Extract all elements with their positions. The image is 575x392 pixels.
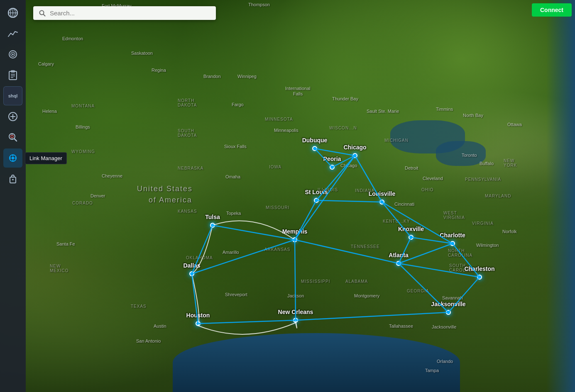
node-jacksonville-dot[interactable] xyxy=(446,310,451,315)
node-tulsa-dot[interactable] xyxy=(210,223,215,228)
node-chicago[interactable]: Chicago xyxy=(352,153,357,158)
node-neworleans-label: New Orleans xyxy=(278,309,313,315)
node-charleston[interactable]: Charleston xyxy=(477,275,482,280)
node-louisville-dot[interactable] xyxy=(379,200,384,205)
atlantic-ocean xyxy=(546,0,575,392)
assets-icon xyxy=(8,174,18,184)
node-knoxville[interactable]: Knoxville xyxy=(409,235,414,240)
link-manager-icon xyxy=(8,153,18,163)
sidebar-item-layers[interactable] xyxy=(3,45,22,64)
svg-rect-8 xyxy=(9,71,17,80)
node-atlanta[interactable]: Atlanta xyxy=(396,261,401,266)
search-map-icon xyxy=(8,132,18,142)
node-charleston-dot[interactable] xyxy=(477,275,482,280)
node-houston-dot[interactable] xyxy=(196,321,201,326)
sidebar-item-analytics[interactable] xyxy=(3,24,22,43)
gulf-of-mexico xyxy=(173,333,460,392)
node-memphis-label: Memphis xyxy=(282,228,308,235)
sidebar-item-link-manager[interactable]: Link Manager xyxy=(3,149,22,168)
sidebar-item-add-layer[interactable] xyxy=(3,107,22,126)
svg-point-22 xyxy=(12,157,14,159)
node-dallas-dot[interactable] xyxy=(189,271,194,276)
search-icon xyxy=(39,10,46,17)
node-dubuque-dot[interactable] xyxy=(312,146,317,151)
node-memphis-dot[interactable] xyxy=(292,237,297,242)
layers-icon xyxy=(7,49,18,60)
node-st-louis[interactable]: St Louis xyxy=(314,198,319,203)
node-peoria-label: Peoria xyxy=(323,156,341,162)
shql-label: shql xyxy=(8,93,18,98)
sidebar-item-shql[interactable]: shql xyxy=(3,86,22,105)
node-jacksonville-label: Jacksonville xyxy=(431,301,465,307)
sidebar-item-search-map[interactable] xyxy=(3,128,22,147)
node-charlotte-dot[interactable] xyxy=(450,241,455,246)
node-louisville-label: Louisville xyxy=(369,190,396,197)
svg-point-7 xyxy=(12,54,14,55)
sidebar: shql xyxy=(0,0,26,392)
node-stlouis-dot[interactable] xyxy=(314,198,319,203)
node-chicago-label: Chicago xyxy=(343,144,366,151)
node-charleston-label: Charleston xyxy=(464,265,494,272)
globe-icon xyxy=(7,7,19,19)
search-input[interactable] xyxy=(50,10,210,17)
search-container xyxy=(33,6,216,20)
sidebar-item-globe[interactable] xyxy=(3,3,22,22)
sidebar-item-assets[interactable] xyxy=(3,169,22,188)
clipboard-icon xyxy=(8,70,17,80)
node-dubuque-label: Dubuque xyxy=(302,137,328,144)
node-tulsa[interactable]: Tulsa xyxy=(210,223,215,228)
svg-line-17 xyxy=(14,139,17,141)
map-container: United States of America Fort McMurray T… xyxy=(0,0,575,392)
node-dallas[interactable]: Dallas xyxy=(189,271,194,276)
node-stlouis-label: St Louis xyxy=(305,189,328,195)
search-bar xyxy=(33,6,216,20)
node-charlotte-label: Charlotte xyxy=(440,232,465,239)
connect-button[interactable]: Connect xyxy=(532,3,572,17)
node-atlanta-dot[interactable] xyxy=(396,261,401,266)
node-knoxville-label: Knoxville xyxy=(398,226,424,232)
node-peoria-dot[interactable] xyxy=(330,165,335,170)
node-chicago-dot[interactable] xyxy=(352,153,357,158)
sidebar-item-reports[interactable] xyxy=(3,66,22,85)
node-houston-label: Houston xyxy=(186,312,210,319)
node-tulsa-label: Tulsa xyxy=(205,214,220,220)
lake-ontario xyxy=(436,141,486,166)
node-jacksonville[interactable]: Jacksonville xyxy=(446,310,451,315)
node-peoria[interactable]: Peoria xyxy=(330,165,335,170)
node-dubuque[interactable]: Dubuque xyxy=(312,146,317,151)
node-atlanta-label: Atlanta xyxy=(389,252,408,258)
node-louisville[interactable]: Louisville xyxy=(379,200,384,205)
node-memphis[interactable]: Memphis xyxy=(292,237,297,242)
node-neworleans-dot[interactable] xyxy=(293,318,298,323)
node-new-orleans[interactable]: New Orleans xyxy=(293,318,298,323)
map-terrain xyxy=(0,0,575,392)
node-charlotte[interactable]: Charlotte xyxy=(450,241,455,246)
node-knoxville-dot[interactable] xyxy=(409,235,414,240)
node-dallas-label: Dallas xyxy=(183,262,200,269)
svg-point-18 xyxy=(11,135,13,138)
analytics-icon xyxy=(7,28,18,39)
node-houston[interactable]: Houston xyxy=(196,321,201,326)
add-layer-icon xyxy=(7,111,18,122)
svg-line-31 xyxy=(44,14,45,16)
